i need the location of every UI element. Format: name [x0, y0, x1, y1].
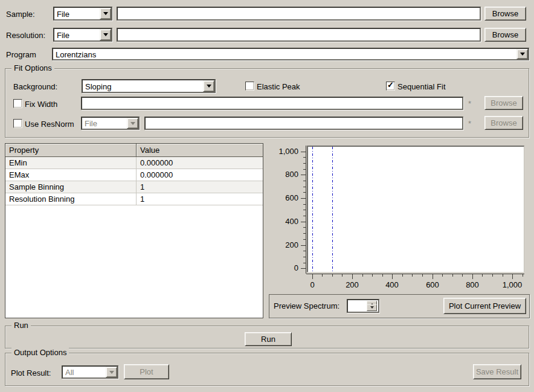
range-marker-line — [312, 147, 313, 271]
sample-file-input[interactable] — [118, 8, 480, 19]
sample-type-value: File — [57, 9, 69, 18]
sequential-fit-checkbox[interactable] — [386, 82, 395, 91]
value-cell[interactable]: 0.000000 — [137, 169, 263, 181]
y-axis-tick — [303, 233, 306, 234]
x-axis-tick — [412, 274, 413, 277]
y-axis-tick-label: 0 — [262, 263, 298, 273]
spin-down-button[interactable] — [367, 304, 377, 311]
run-button[interactable]: Run — [245, 332, 292, 346]
x-axis-tick — [492, 274, 493, 277]
property-cell[interactable]: EMin — [5, 157, 137, 169]
x-axis-tick — [372, 274, 373, 277]
fix-width-required-marker: * — [468, 100, 471, 108]
property-cell[interactable]: EMax — [5, 169, 137, 181]
table-row[interactable]: EMax0.000000 — [5, 169, 263, 181]
program-select[interactable]: Lorentzians — [52, 48, 529, 60]
column-header-property[interactable]: Property — [5, 144, 137, 157]
preview-plot-canvas[interactable] — [307, 146, 524, 272]
plot-result-label: Plot Result: — [11, 368, 51, 378]
chevron-down-icon[interactable] — [100, 8, 111, 19]
y-axis-tick-label: 200 — [262, 240, 298, 250]
fix-width-checkbox[interactable] — [13, 99, 22, 108]
preview-spectrum-label: Preview Spectrum: — [274, 301, 339, 311]
resolution-type-select[interactable]: File — [53, 28, 112, 42]
background-select[interactable]: Sloping — [82, 79, 216, 93]
resnorm-file-fieldbox — [144, 117, 463, 130]
y-axis-tick — [301, 175, 306, 175]
y-axis-tick — [303, 210, 306, 210]
property-table[interactable]: Property Value EMin0.000000EMax0.000000S… — [5, 143, 263, 318]
value-cell[interactable]: 1 — [137, 181, 263, 193]
chevron-down-icon[interactable] — [203, 80, 214, 92]
chevron-down-icon[interactable] — [100, 29, 111, 40]
resnorm-type-value: File — [85, 119, 97, 128]
use-resnorm-checkbox[interactable] — [13, 119, 22, 128]
plot-button[interactable]: Plot — [124, 364, 169, 379]
resnorm-file-input[interactable] — [146, 118, 462, 129]
plot-result-select: All — [62, 365, 118, 379]
y-axis-tick — [303, 181, 306, 181]
property-cell[interactable]: Resolution Binning — [5, 193, 137, 205]
y-axis-tick — [303, 239, 306, 240]
sample-browse-button[interactable]: Browse — [484, 7, 526, 21]
property-cell[interactable]: Sample Binning — [5, 181, 137, 193]
value-cell[interactable]: 0.000000 — [137, 157, 263, 169]
x-axis-tick — [503, 274, 503, 277]
table-row[interactable]: Sample Binning1 — [5, 181, 263, 193]
x-axis-tick — [402, 274, 403, 277]
value-cell[interactable]: 1 — [137, 193, 263, 205]
resolution-browse-button[interactable]: Browse — [484, 28, 526, 42]
elastic-peak-label[interactable]: Elastic Peak — [257, 82, 300, 92]
preview-spectrum-spinbox[interactable] — [347, 299, 379, 313]
x-axis-tick — [342, 274, 343, 277]
x-axis-tick-label: 200 — [334, 280, 370, 290]
x-axis-tick — [433, 274, 433, 279]
table-row[interactable]: EMin0.000000 — [5, 157, 263, 169]
sample-type-select[interactable]: File — [53, 7, 112, 21]
elastic-peak-checkbox[interactable] — [245, 82, 254, 91]
y-axis-tick-label: 1,000 — [262, 147, 298, 156]
fix-width-file-input[interactable] — [82, 98, 462, 109]
x-axis-tick — [362, 274, 363, 277]
background-label: Background: — [13, 82, 57, 92]
fit-options-title: Fit Options — [11, 63, 54, 73]
sample-label: Sample: — [6, 10, 35, 19]
x-axis-tick-label: 800 — [454, 280, 491, 290]
resnorm-type-select: File — [81, 117, 140, 130]
resnorm-browse-button[interactable]: Browse — [484, 116, 523, 130]
sequential-fit-label[interactable]: Sequential Fit — [397, 82, 446, 92]
column-header-value[interactable]: Value — [137, 144, 263, 157]
chevron-down-icon — [127, 118, 138, 129]
x-axis-tick — [512, 274, 513, 279]
chevron-down-icon — [106, 367, 117, 378]
y-axis-tick — [303, 257, 306, 257]
y-axis-tick-label: 800 — [262, 170, 298, 179]
save-result-button[interactable]: Save Result — [473, 364, 521, 379]
background-value: Sloping — [85, 82, 111, 91]
fix-width-browse-button[interactable]: Browse — [484, 96, 523, 110]
x-axis-tick — [422, 274, 423, 277]
y-axis-tick — [303, 163, 306, 164]
property-table-body: EMin0.000000EMax0.000000Sample Binning1R… — [5, 157, 263, 205]
range-marker-line — [332, 147, 333, 271]
chevron-down-icon — [103, 33, 108, 39]
quasi-fit-window: Sample: File Browse Resolution: File Bro… — [0, 0, 534, 392]
resnorm-required-marker: * — [468, 120, 471, 128]
x-axis-tick — [472, 274, 473, 279]
x-axis-tick — [392, 274, 393, 279]
program-label: Program — [6, 50, 36, 60]
x-axis-tick — [382, 274, 383, 277]
resolution-file-input[interactable] — [118, 29, 480, 40]
plot-current-preview-button[interactable]: Plot Current Preview — [443, 298, 526, 314]
output-options-title: Output Options — [11, 348, 69, 358]
resolution-type-value: File — [57, 30, 69, 39]
fix-width-label[interactable]: Fix Width — [25, 100, 57, 109]
run-group-title: Run — [11, 321, 31, 330]
use-resnorm-label[interactable]: Use ResNorm — [25, 120, 74, 129]
table-row[interactable]: Resolution Binning1 — [5, 193, 263, 205]
y-axis-tick — [303, 169, 306, 170]
y-axis-tick — [303, 204, 306, 205]
preview-spectrum-input[interactable] — [348, 300, 368, 312]
y-axis-tick — [303, 263, 306, 263]
chevron-down-icon[interactable] — [516, 49, 528, 59]
